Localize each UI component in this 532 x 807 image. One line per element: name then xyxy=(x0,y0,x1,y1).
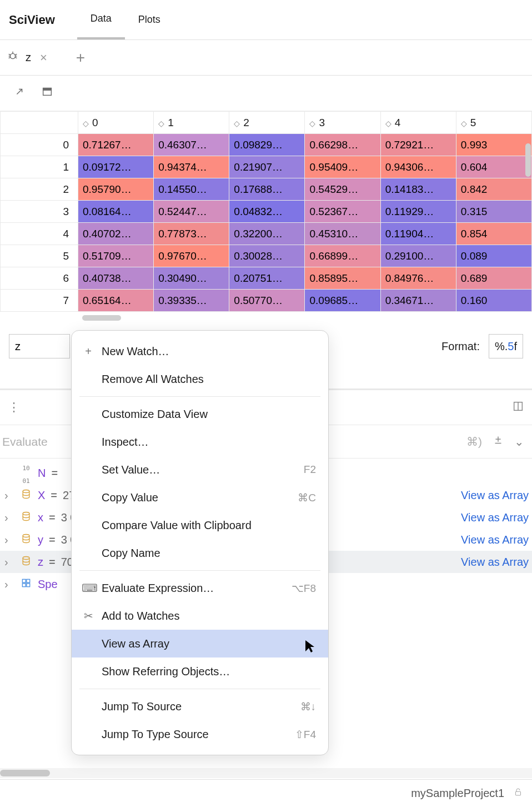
cell-4-2[interactable]: 0.32200… xyxy=(229,223,305,245)
col-header-4[interactable]: ◇4 xyxy=(380,112,456,134)
tab-data[interactable]: Data xyxy=(77,0,125,39)
cell-0-2[interactable]: 0.09829… xyxy=(229,134,305,156)
col-header-2[interactable]: ◇2 xyxy=(229,112,305,134)
cell-6-5[interactable]: 0.689 xyxy=(456,267,531,290)
cell-1-5[interactable]: 0.604 xyxy=(456,156,531,178)
menu-add-to-watches[interactable]: ✂Add to Watches xyxy=(72,602,328,630)
cell-4-0[interactable]: 0.40702… xyxy=(78,223,154,245)
cell-6-3[interactable]: 0.85895… xyxy=(305,267,380,290)
expand-chevron-icon[interactable]: › xyxy=(4,511,14,524)
col-header-0[interactable]: ◇0 xyxy=(78,112,154,134)
cell-2-0[interactable]: 0.95790… xyxy=(78,178,154,201)
format-input[interactable]: %.5f xyxy=(489,334,523,358)
cell-2-2[interactable]: 0.17688… xyxy=(229,178,305,201)
horizontal-scrollbar-thumb[interactable] xyxy=(0,770,50,776)
menu-evaluate-expression[interactable]: ⌨Evaluate Expression…⌥F8 xyxy=(72,574,328,602)
cell-3-3[interactable]: 0.52367… xyxy=(305,201,380,223)
view-as-array-link[interactable]: View as Array xyxy=(461,489,532,502)
more-icon[interactable]: ⋮ xyxy=(8,400,21,415)
cell-0-1[interactable]: 0.46307… xyxy=(154,134,229,156)
expand-chevron-icon[interactable]: › xyxy=(4,489,14,502)
cell-6-2[interactable]: 0.20751… xyxy=(229,267,305,290)
menu-show-referring-objects[interactable]: Show Referring Objects… xyxy=(72,657,328,685)
menu-remove-all-watches[interactable]: Remove All Watches xyxy=(72,365,328,393)
cell-6-1[interactable]: 0.30490… xyxy=(154,267,229,290)
cell-2-1[interactable]: 0.14550… xyxy=(154,178,229,201)
cell-5-1[interactable]: 0.97670… xyxy=(154,245,229,267)
cell-3-5[interactable]: 0.315 xyxy=(456,201,531,223)
panel-icon[interactable] xyxy=(41,86,53,101)
menu-view-as-array[interactable]: View as Array xyxy=(72,630,328,657)
cell-3-1[interactable]: 0.52447… xyxy=(154,201,229,223)
cell-4-3[interactable]: 0.45310… xyxy=(305,223,380,245)
cell-4-4[interactable]: 0.11904… xyxy=(380,223,456,245)
cell-6-0[interactable]: 0.40738… xyxy=(78,267,154,290)
watch-add-icon[interactable] xyxy=(492,434,504,449)
menu-copy-value[interactable]: Copy Value⌘C xyxy=(72,484,328,511)
menu-inspect[interactable]: Inspect… xyxy=(72,428,328,456)
menu-customize-data-view[interactable]: Customize Data View xyxy=(72,400,328,428)
cell-0-0[interactable]: 0.71267… xyxy=(78,134,154,156)
cell-0-4[interactable]: 0.72921… xyxy=(380,134,456,156)
expand-chevron-icon[interactable]: › xyxy=(4,534,14,546)
cell-3-4[interactable]: 0.11929… xyxy=(380,201,456,223)
cell-7-3[interactable]: 0.09685… xyxy=(305,290,380,312)
cell-5-5[interactable]: 0.089 xyxy=(456,245,531,267)
cell-3-2[interactable]: 0.04832… xyxy=(229,201,305,223)
menu-new-watch[interactable]: +New Watch… xyxy=(72,337,328,365)
tab-variable-z[interactable]: z xyxy=(26,51,31,64)
cell-7-0[interactable]: 0.65164… xyxy=(78,290,154,312)
cell-5-2[interactable]: 0.30028… xyxy=(229,245,305,267)
row-header-5[interactable]: 5 xyxy=(1,245,78,267)
cell-2-3[interactable]: 0.54529… xyxy=(305,178,380,201)
cell-7-4[interactable]: 0.34671… xyxy=(380,290,456,312)
add-tab-icon[interactable]: + xyxy=(76,49,85,67)
view-as-array-link[interactable]: View as Array xyxy=(461,534,532,546)
slice-input[interactable] xyxy=(9,334,70,358)
menu-jump-to-source[interactable]: Jump To Source⌘↓ xyxy=(72,693,328,720)
cell-1-2[interactable]: 0.21907… xyxy=(229,156,305,178)
cell-1-4[interactable]: 0.94306… xyxy=(380,156,456,178)
menu-copy-name[interactable]: Copy Name xyxy=(72,539,328,567)
row-header-0[interactable]: 0 xyxy=(1,134,78,156)
cell-4-1[interactable]: 0.77873… xyxy=(154,223,229,245)
cell-1-3[interactable]: 0.95409… xyxy=(305,156,380,178)
layout-icon[interactable] xyxy=(512,400,524,415)
cell-4-5[interactable]: 0.854 xyxy=(456,223,531,245)
row-header-7[interactable]: 7 xyxy=(1,290,78,312)
col-header-5[interactable]: ◇5 xyxy=(456,112,531,134)
cell-2-5[interactable]: 0.842 xyxy=(456,178,531,201)
menu-jump-to-type-source[interactable]: Jump To Type Source⇧F4 xyxy=(72,720,328,748)
view-as-array-link[interactable]: View as Array xyxy=(461,511,532,524)
chevron-down-icon[interactable]: ⌄ xyxy=(514,435,524,449)
cell-5-4[interactable]: 0.29100… xyxy=(380,245,456,267)
expand-chevron-icon[interactable]: › xyxy=(4,578,14,591)
menu-compare-value-with-clipboard[interactable]: Compare Value with Clipboard xyxy=(72,511,328,539)
cell-3-0[interactable]: 0.08164… xyxy=(78,201,154,223)
col-header-3[interactable]: ◇3 xyxy=(305,112,380,134)
horizontal-scroll-hint[interactable] xyxy=(82,315,121,321)
project-name[interactable]: mySampleProject1 xyxy=(411,787,504,800)
expand-chevron-icon[interactable]: › xyxy=(4,556,14,569)
cell-7-2[interactable]: 0.50770… xyxy=(229,290,305,312)
cell-0-3[interactable]: 0.66298… xyxy=(305,134,380,156)
vertical-scrollbar[interactable] xyxy=(525,143,531,177)
cell-7-1[interactable]: 0.39335… xyxy=(154,290,229,312)
cell-5-3[interactable]: 0.66899… xyxy=(305,245,380,267)
horizontal-scrollbar-track[interactable] xyxy=(0,768,532,778)
close-tab-icon[interactable]: × xyxy=(40,51,47,65)
popout-icon[interactable] xyxy=(13,86,26,101)
cell-0-5[interactable]: 0.993 xyxy=(456,134,531,156)
row-header-4[interactable]: 4 xyxy=(1,223,78,245)
menu-set-value[interactable]: Set Value…F2 xyxy=(72,456,328,484)
cell-1-1[interactable]: 0.94374… xyxy=(154,156,229,178)
cell-1-0[interactable]: 0.09172… xyxy=(78,156,154,178)
row-header-1[interactable]: 1 xyxy=(1,156,78,178)
data-grid[interactable]: ◇0◇1◇2◇3◇4◇500.71267…0.46307…0.09829…0.6… xyxy=(0,111,532,321)
view-as-array-link[interactable]: View as Array xyxy=(461,556,532,569)
cell-7-5[interactable]: 0.160 xyxy=(456,290,531,312)
cell-5-0[interactable]: 0.51709… xyxy=(78,245,154,267)
row-header-6[interactable]: 6 xyxy=(1,267,78,290)
tab-plots[interactable]: Plots xyxy=(125,0,174,39)
row-header-2[interactable]: 2 xyxy=(1,178,78,201)
